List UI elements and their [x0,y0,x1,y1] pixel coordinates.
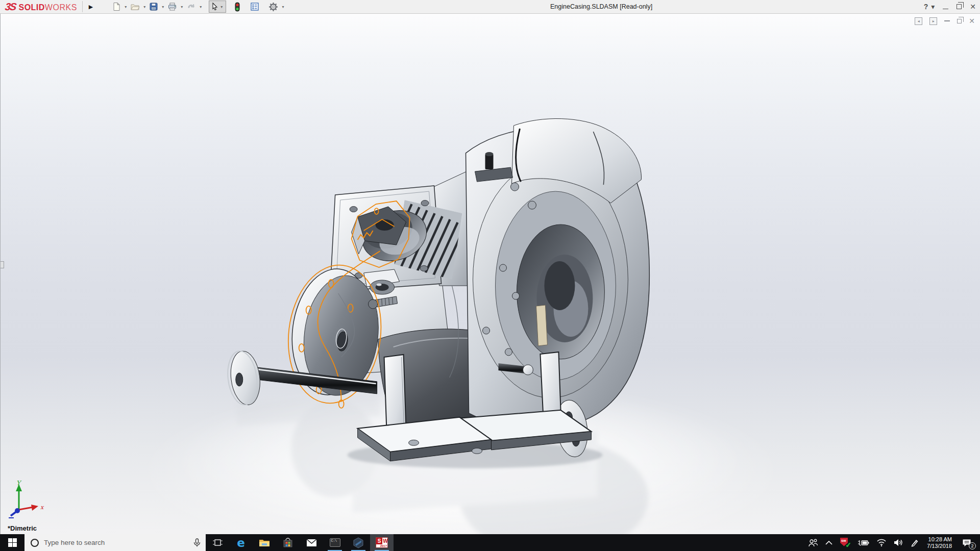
open-caret-icon[interactable]: ▾ [143,5,145,9]
options-button[interactable] [267,1,280,13]
select-tool-button[interactable]: ▾ [209,1,226,13]
sw-icon-year: 2017 [380,544,387,547]
sw-shield-check-icon: sw ✓ [840,538,850,548]
speaker-icon [894,539,903,546]
new-caret-icon[interactable]: ▾ [125,5,127,9]
close-button[interactable]: ✕ [970,0,976,14]
sw-icon-w: W [382,538,388,544]
file-properties-button[interactable] [249,1,261,13]
people-button[interactable] [804,534,822,551]
new-document-icon [112,2,121,11]
quick-access-toolbar: ▾ ▾ ▾ ▾ [110,1,286,13]
action-center-button[interactable]: 2 [957,534,977,551]
solidworks-logo: 3S SOLID WORKS [5,1,77,13]
solidworks-monitor-tray[interactable]: sw ✓ [836,534,853,551]
gasket-block[interactable] [536,305,547,346]
volume-button[interactable] [890,534,907,551]
taskbar-command-prompt[interactable]: C:\ [323,534,347,551]
edge-icon: e [237,536,245,549]
taskbar-store[interactable] [276,534,300,551]
window-title: EngineCasing.SLDASM [Read-only] [550,3,652,10]
open-document-button[interactable] [129,1,141,13]
window-controls: ? ▾ ✕ [924,0,976,14]
selection-filter-button[interactable] [232,1,242,13]
left-rod-flange[interactable] [228,349,263,407]
system-tray: sw ✓ [804,534,980,551]
taskbar-solidworks[interactable]: S W 2017 [370,534,394,551]
clock-date: 7/13/2018 [927,543,952,549]
solidworks-2017-icon: S W 2017 [376,537,388,548]
title-bar: 3S SOLID WORKS ▶ ▾ ▾ ▾ [0,0,980,14]
minimize-button[interactable] [943,0,948,14]
triad-z-axis [15,508,20,513]
save-floppy-icon [149,2,158,11]
brand-works-text: WORKS [45,3,77,12]
brand-solid-text: SOLID [18,3,44,12]
power-status[interactable] [853,534,873,551]
task-view-button[interactable] [206,534,229,551]
pen-icon [911,539,919,547]
windows-logo-icon [8,538,17,547]
save-button[interactable] [148,1,160,13]
taskbar-edge[interactable]: e [229,534,253,551]
minimize-icon [943,9,948,10]
base-hole [409,440,419,445]
file-explorer-icon [259,538,270,547]
mail-icon [306,539,317,547]
people-icon [808,539,818,547]
wifi-icon [876,539,887,546]
taskbar-edrawings[interactable] [347,534,370,551]
windows-taskbar: Type here to search e [0,534,980,551]
menu-expand-arrow-icon[interactable]: ▶ [86,3,96,11]
search-placeholder: Type here to search [44,539,193,546]
graphics-viewport[interactable]: ◂ ▸ ✕ [0,14,980,534]
printer-icon [167,2,177,11]
undo-button[interactable] [185,1,198,13]
taskbar-mail[interactable] [300,534,323,551]
restore-button[interactable] [957,0,962,14]
orientation-triad: Y x [4,480,50,520]
hex-bolt[interactable] [528,201,536,209]
battery-plug-icon [857,539,869,546]
taskbar-clock[interactable]: 10:28 AM 7/13/2018 [922,536,957,549]
select-caret-icon[interactable]: ▾ [220,5,223,9]
network-status[interactable] [873,534,890,551]
help-caret-icon[interactable]: ▾ [931,0,935,14]
cortana-icon [31,539,39,547]
tray-overflow-button[interactable] [822,534,836,551]
windows-ink-button[interactable] [907,534,922,551]
taskbar-file-explorer[interactable] [253,534,276,551]
undo-caret-icon[interactable]: ▾ [200,5,202,9]
view-orientation-label: *Dimetric [8,524,37,532]
hex-bolt[interactable] [510,183,519,191]
restore-icon [957,4,962,9]
base-hole [472,448,482,454]
engine-casing-model[interactable] [1,14,980,534]
triad-y-label: Y [16,480,22,487]
start-button[interactable] [0,534,24,551]
new-document-button[interactable] [110,1,122,13]
undo-arrow-icon [186,2,196,11]
microphone-icon[interactable] [193,538,201,547]
help-button[interactable]: ? [924,0,928,14]
toolbar-separator [82,1,83,12]
properties-list-icon [250,2,259,11]
microsoft-store-icon [283,538,293,548]
3ds-logo-icon: 3S [4,1,16,13]
hex-nut[interactable] [369,299,378,309]
top-stud[interactable] [485,154,494,169]
task-view-icon [213,538,223,547]
triad-x-label: x [40,504,44,511]
gear-icon [268,2,278,12]
chevron-up-icon [825,541,832,545]
save-caret-icon[interactable]: ▾ [162,5,164,9]
open-folder-icon [130,2,140,11]
print-caret-icon[interactable]: ▾ [181,5,183,9]
options-caret-icon[interactable]: ▾ [282,5,284,9]
select-cursor-icon [210,2,219,11]
command-prompt-icon: C:\ [330,538,340,547]
sw-icon-s: S [376,538,382,544]
print-button[interactable] [166,1,179,13]
clock-time: 10:28 AM [928,536,952,543]
taskbar-search-box[interactable]: Type here to search [24,534,206,551]
